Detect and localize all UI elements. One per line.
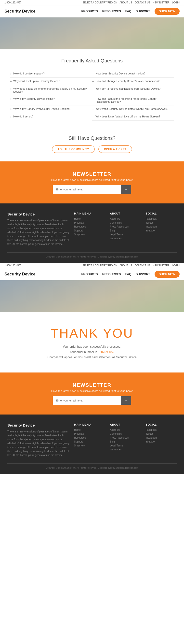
faq-plus-icon: + bbox=[10, 97, 12, 101]
footer-press-resources[interactable]: Press Resources bbox=[110, 225, 141, 228]
footer-menu-home-p2[interactable]: Home bbox=[74, 428, 105, 431]
newsletter-title-page1: NEWSLETTER bbox=[5, 171, 179, 177]
faq-item-11[interactable]: + Why does it say 'Watch Live off' on my… bbox=[92, 113, 174, 121]
about-us-link-p2[interactable]: ABOUT US bbox=[120, 264, 132, 267]
footer-menu-resources[interactable]: Resources bbox=[74, 225, 105, 228]
footer-warranties-p2[interactable]: Warranties bbox=[110, 448, 141, 451]
faq-plus-icon: + bbox=[10, 80, 12, 83]
footer-menu-resources-p2[interactable]: Resources bbox=[74, 436, 105, 439]
nav-resources-p2[interactable]: RESOURCES bbox=[102, 272, 121, 276]
contact-us-link-p2[interactable]: CONTACT US bbox=[135, 264, 150, 267]
phone-number-page2: 1.800.123.4567 bbox=[4, 264, 21, 267]
footer-social-title: SOCIAL bbox=[146, 212, 177, 215]
faq-question-5: Why don't I receive notifications from S… bbox=[95, 87, 161, 90]
contact-us-link[interactable]: CONTACT US bbox=[135, 1, 150, 4]
footer-menu-products[interactable]: Products bbox=[74, 222, 105, 224]
footer-about-us[interactable]: About Us bbox=[110, 218, 141, 220]
faq-item-5[interactable]: + Why don't I receive notifications from… bbox=[92, 85, 174, 95]
faq-item-0[interactable]: + How do I contact support? bbox=[10, 70, 92, 78]
about-us-link[interactable]: ABOUT US bbox=[120, 1, 132, 4]
hero-bg bbox=[0, 18, 184, 50]
nav-products-p2[interactable]: PRODUCTS bbox=[81, 272, 98, 276]
faq-question-7: How can I adjust the recording range of … bbox=[95, 97, 171, 103]
footer-twitter[interactable]: Twitter bbox=[146, 222, 177, 224]
select-country-link[interactable]: SELECT A COUNTRY/REGION bbox=[82, 1, 117, 4]
footer-legal[interactable]: Legal Terms bbox=[110, 233, 141, 236]
footer-about-us-p2[interactable]: About Us bbox=[110, 428, 141, 431]
phone-number: 1.800.123.4567 bbox=[4, 1, 21, 4]
ask-community-button[interactable]: ASK THE COMMUNITY bbox=[52, 146, 95, 153]
footer-twitter-p2[interactable]: Twitter bbox=[146, 432, 177, 435]
footer-community[interactable]: Community bbox=[110, 222, 141, 224]
nav-faq-p2[interactable]: FAQ bbox=[125, 272, 132, 276]
newsletter-submit-button-page1[interactable]: → bbox=[121, 185, 131, 194]
still-questions-buttons: ASK THE COMMUNITY OPEN A TICKET bbox=[5, 146, 179, 153]
nav-support-p2[interactable]: SUPPORT bbox=[136, 272, 150, 276]
faq-item-3[interactable]: + How do I change Security Device's Wi-F… bbox=[92, 78, 174, 85]
footer-blog-p2[interactable]: Blog bbox=[110, 440, 141, 443]
shop-now-button[interactable]: SHOP NOW bbox=[155, 8, 180, 15]
faq-item-7[interactable]: + How can I adjust the recording range o… bbox=[92, 95, 174, 105]
footer-youtube-p2[interactable]: Youtube bbox=[146, 440, 177, 443]
footer-youtube[interactable]: Youtube bbox=[146, 229, 177, 232]
footer-facebook-p2[interactable]: Facebook bbox=[146, 428, 177, 431]
newsletter-email-input-page1[interactable] bbox=[53, 185, 121, 194]
footer-facebook[interactable]: Facebook bbox=[146, 218, 177, 220]
footer-main-menu-col-p2: MAIN MENU Home Products Resources Suppor… bbox=[74, 423, 105, 457]
newsletter-link[interactable]: NEWSLETTER bbox=[153, 1, 170, 4]
newsletter-link-p2[interactable]: NEWSLETTER bbox=[153, 264, 170, 267]
footer-menu-support-p2[interactable]: Support bbox=[74, 440, 105, 443]
faq-item-6[interactable]: + Why is my Security Device offline? bbox=[10, 95, 92, 105]
footer-about-title-p2: ABOUT bbox=[110, 423, 141, 426]
thankyou-heading: THANK YOU bbox=[5, 326, 179, 340]
faq-plus-icon: + bbox=[10, 107, 12, 111]
faq-question-6: Why is my Security Device offline? bbox=[13, 97, 55, 100]
footer-menu-shop-now-p2[interactable]: Shop Now bbox=[74, 444, 105, 447]
order-number-link[interactable]: 1207698052 bbox=[98, 350, 114, 354]
shop-now-button-p2[interactable]: SHOP NOW bbox=[155, 271, 180, 278]
faq-question-10: How do I set up? bbox=[13, 115, 34, 118]
newsletter-email-input-page2[interactable] bbox=[53, 396, 121, 405]
faq-item-8[interactable]: + Why is my Canary ProSecurity Device Be… bbox=[10, 105, 92, 113]
open-ticket-button[interactable]: OPEN A TICKET bbox=[98, 146, 132, 153]
faq-question-1: How does Security Device detect motion? bbox=[95, 72, 146, 75]
nav-support[interactable]: SUPPORT bbox=[136, 10, 150, 13]
login-link[interactable]: LOGIN bbox=[172, 1, 180, 4]
footer-instagram[interactable]: Instagram bbox=[146, 225, 177, 228]
nav-resources[interactable]: RESOURCES bbox=[102, 10, 121, 13]
newsletter-submit-button-page2[interactable]: → bbox=[121, 396, 131, 405]
faq-plus-icon: + bbox=[92, 115, 94, 118]
footer-about-col: ABOUT About Us Community Press Resources… bbox=[110, 212, 141, 246]
footer-instagram-p2[interactable]: Instagram bbox=[146, 436, 177, 439]
hero-bg-p2 bbox=[0, 280, 184, 312]
footer-description: There are many variations of passages of… bbox=[7, 219, 69, 246]
footer-legal-p2[interactable]: Legal Terms bbox=[110, 444, 141, 447]
footer-press-resources-p2[interactable]: Press Resources bbox=[110, 436, 141, 439]
faq-item-9[interactable]: + Why won't Security Device detect when … bbox=[92, 105, 174, 113]
faq-item-2[interactable]: + Why can't I set up my Security Device? bbox=[10, 78, 92, 85]
footer-social-col-p2: SOCIAL Facebook Twitter Instagram Youtub… bbox=[146, 423, 177, 457]
copyright-text-p2: Copyright © domainname.com, All Rights R… bbox=[46, 466, 138, 469]
select-country-link-p2[interactable]: SELECT A COUNTRY/REGION bbox=[82, 264, 117, 267]
footer-blog[interactable]: Blog bbox=[110, 229, 141, 232]
footer-main-menu-col: MAIN MENU Home Products Resources Suppor… bbox=[74, 212, 105, 246]
footer-warranties[interactable]: Warranties bbox=[110, 237, 141, 240]
thankyou-line3: Charges will appear on you credit card s… bbox=[5, 355, 179, 360]
login-link-p2[interactable]: LOGIN bbox=[172, 264, 180, 267]
footer-page2: Security Device There are many variation… bbox=[0, 414, 184, 474]
faq-question-9: Why won't Security Device detect when I … bbox=[95, 107, 168, 110]
footer-menu-support[interactable]: Support bbox=[74, 229, 105, 232]
faq-plus-icon: + bbox=[10, 115, 12, 118]
footer-community-p2[interactable]: Community bbox=[110, 432, 141, 435]
footer-copyright-page2: Copyright © domainname.com, All Rights R… bbox=[7, 464, 177, 469]
footer-menu-shop-now[interactable]: Shop Now bbox=[74, 233, 105, 236]
faq-item-4[interactable]: + Why does it take so long to charge the… bbox=[10, 85, 92, 95]
nav-faq[interactable]: FAQ bbox=[125, 10, 132, 13]
footer-menu-home[interactable]: Home bbox=[74, 218, 105, 220]
footer-menu-products-p2[interactable]: Products bbox=[74, 432, 105, 435]
faq-question-2: Why can't I set up my Security Device? bbox=[13, 80, 60, 82]
nav-products[interactable]: PRODUCTS bbox=[81, 10, 98, 13]
faq-plus-icon: + bbox=[92, 97, 94, 101]
faq-item-10[interactable]: + How do I set up? bbox=[10, 113, 92, 121]
faq-item-1[interactable]: + How does Security Device detect motion… bbox=[92, 70, 174, 78]
